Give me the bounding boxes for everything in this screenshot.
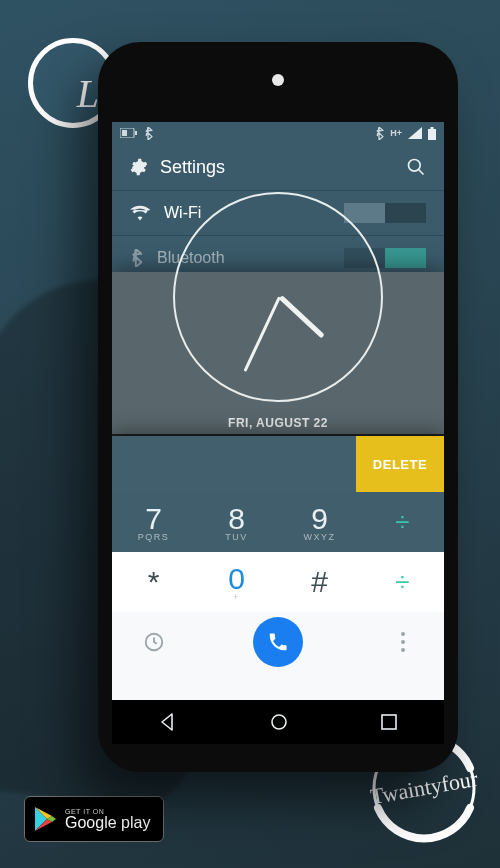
dialer-delete-label: DELETE bbox=[373, 457, 427, 472]
key-hash[interactable]: # bbox=[278, 552, 361, 612]
bluetooth-icon bbox=[144, 127, 153, 140]
settings-header: Settings bbox=[112, 144, 444, 190]
svg-rect-3 bbox=[428, 129, 436, 140]
svg-rect-17 bbox=[382, 715, 396, 729]
phone-screen: H+ Settings bbox=[112, 122, 444, 700]
nav-back-icon[interactable] bbox=[158, 712, 178, 732]
dialer-app-card[interactable]: DELETE 7PQRS 8TUV 9WXYZ ÷ * 0+ # ÷ bbox=[112, 436, 444, 700]
android-nav-bar bbox=[112, 700, 444, 744]
more-button[interactable] bbox=[361, 631, 444, 653]
key-7[interactable]: 7PQRS bbox=[112, 492, 195, 552]
phone-frame: H+ Settings bbox=[98, 42, 458, 772]
wifi-toggle[interactable] bbox=[344, 203, 426, 223]
history-button[interactable] bbox=[112, 631, 195, 653]
key-8[interactable]: 8TUV bbox=[195, 492, 278, 552]
gear-icon bbox=[130, 158, 148, 176]
dialer-row-2: * 0+ # ÷ bbox=[112, 552, 444, 612]
wifi-icon bbox=[130, 205, 150, 221]
google-play-badge[interactable]: GET IT ON Google play bbox=[24, 796, 164, 842]
theme-badge-letter: L bbox=[77, 70, 99, 117]
key-9[interactable]: 9WXYZ bbox=[278, 492, 361, 552]
key-divide[interactable]: ÷ bbox=[361, 552, 444, 612]
nav-recent-icon[interactable] bbox=[380, 713, 398, 731]
svg-point-16 bbox=[272, 715, 286, 729]
network-type-label: H+ bbox=[390, 128, 402, 138]
battery-icon bbox=[428, 127, 436, 140]
dialer-row-3 bbox=[112, 612, 444, 672]
svg-point-13 bbox=[401, 632, 405, 636]
call-button[interactable] bbox=[195, 617, 361, 667]
key-star[interactable]: * bbox=[112, 552, 195, 612]
key-0[interactable]: 0+ bbox=[195, 552, 278, 612]
bluetooth-icon bbox=[130, 249, 143, 267]
more-vertical-icon bbox=[400, 631, 406, 653]
battery-saver-icon bbox=[120, 128, 138, 138]
wifi-label: Wi-Fi bbox=[164, 204, 201, 222]
signal-icon bbox=[408, 127, 422, 139]
history-icon bbox=[143, 631, 165, 653]
settings-title: Settings bbox=[160, 157, 225, 178]
dialer-delete-button[interactable]: DELETE bbox=[356, 436, 444, 492]
svg-rect-1 bbox=[122, 130, 127, 136]
key-divide[interactable]: ÷ bbox=[361, 492, 444, 552]
phone-speaker bbox=[272, 74, 284, 86]
svg-rect-4 bbox=[431, 127, 434, 129]
clock-face bbox=[173, 192, 383, 402]
clock-date-label: FRI, AUGUST 22 bbox=[112, 416, 444, 430]
gplay-line2: Google play bbox=[65, 815, 150, 831]
svg-point-15 bbox=[401, 648, 405, 652]
svg-point-14 bbox=[401, 640, 405, 644]
dialer-row-1: 7PQRS 8TUV 9WXYZ ÷ bbox=[112, 492, 444, 552]
svg-rect-2 bbox=[135, 131, 137, 135]
google-play-icon bbox=[33, 806, 57, 832]
search-icon[interactable] bbox=[406, 157, 426, 177]
svg-point-5 bbox=[409, 160, 421, 172]
dialer-header: DELETE bbox=[112, 436, 444, 492]
bluetooth-icon bbox=[375, 127, 384, 140]
svg-line-6 bbox=[419, 170, 424, 175]
status-bar: H+ bbox=[112, 122, 444, 144]
nav-home-icon[interactable] bbox=[269, 712, 289, 732]
phone-icon bbox=[267, 631, 289, 653]
